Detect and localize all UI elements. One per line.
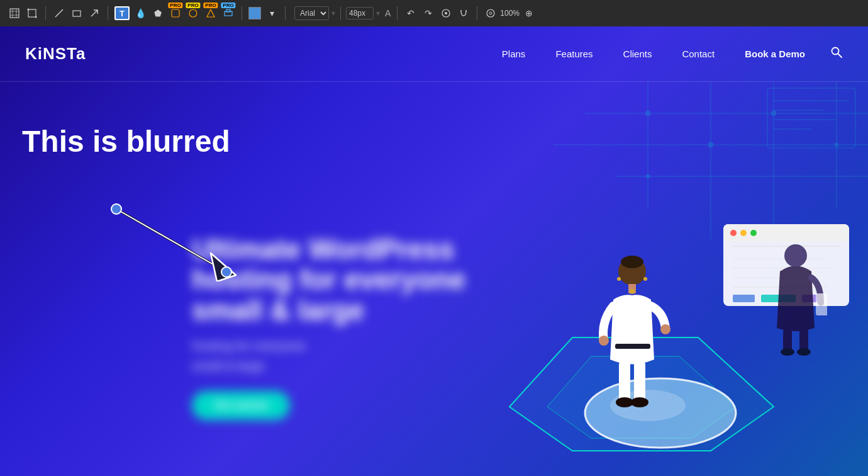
svg-point-74 — [631, 397, 648, 407]
blurred-hero-content: Ultimate WordPresshosting for everyonesm… — [192, 234, 513, 420]
sep3 — [242, 6, 242, 20]
svg-rect-68 — [615, 344, 650, 349]
magnet-button[interactable] — [457, 6, 470, 20]
search-icon[interactable] — [830, 46, 843, 62]
badge-tool-1[interactable]: PRO — [169, 6, 182, 20]
color-down-icon[interactable]: ▾ — [265, 6, 279, 20]
svg-rect-11 — [172, 9, 179, 17]
sep6 — [477, 6, 477, 20]
svg-point-77 — [784, 244, 807, 267]
svg-point-70 — [599, 336, 609, 346]
blurred-cta-button: Get started — [192, 391, 290, 420]
svg-point-60 — [750, 230, 757, 236]
svg-line-10 — [91, 10, 97, 16]
badge-pro-2: PRO — [186, 3, 200, 8]
crop-tool[interactable] — [25, 6, 39, 20]
color-swatch[interactable] — [248, 7, 261, 20]
figure-center — [591, 246, 673, 416]
badge-tool-4[interactable]: PRO — [221, 6, 235, 20]
badge-pro-4: PRO — [221, 3, 235, 8]
svg-point-44 — [111, 204, 121, 214]
nav-book-demo[interactable]: Book a Demo — [745, 48, 805, 59]
svg-point-82 — [797, 348, 811, 356]
svg-point-76 — [643, 277, 647, 281]
svg-point-21 — [489, 12, 492, 14]
logo[interactable]: KiNSTa — [25, 44, 86, 64]
select-tool[interactable] — [8, 6, 21, 20]
nav-features[interactable]: Features — [555, 48, 593, 59]
font-size-input[interactable] — [346, 7, 374, 20]
svg-point-30 — [708, 142, 713, 147]
svg-point-73 — [616, 397, 633, 407]
svg-point-17 — [445, 12, 447, 14]
svg-point-58 — [730, 230, 737, 236]
badge-tool-3[interactable]: PRO — [204, 6, 218, 20]
website-canvas: KiNSTa Plans Features Clients Contact Bo… — [0, 26, 868, 476]
redo-button[interactable]: ↷ — [421, 6, 435, 20]
badge-tool-2[interactable]: PRO — [186, 6, 200, 20]
font-size-label: A — [385, 8, 391, 18]
dropper-tool[interactable]: 💧 — [133, 6, 147, 20]
pen-tool[interactable] — [52, 6, 66, 20]
svg-rect-61 — [733, 295, 755, 302]
svg-point-29 — [645, 111, 650, 116]
shape-tool[interactable]: ⬟ — [151, 6, 165, 20]
svg-point-20 — [487, 9, 494, 17]
nav-links: Plans Features Clients Contact Book a De… — [502, 48, 805, 59]
nav-contact[interactable]: Contact — [682, 48, 715, 59]
svg-rect-9 — [73, 11, 81, 16]
svg-point-75 — [617, 277, 621, 281]
svg-rect-78 — [816, 293, 827, 315]
navbar: KiNSTa Plans Features Clients Contact Bo… — [0, 26, 868, 82]
svg-rect-0 — [10, 9, 19, 18]
svg-line-8 — [55, 9, 63, 17]
undo-button[interactable]: ↶ — [404, 6, 418, 20]
blurred-headline: Ultimate WordPresshosting for everyonesm… — [192, 234, 513, 326]
svg-rect-5 — [28, 9, 36, 17]
sep4 — [285, 6, 286, 20]
svg-point-12 — [189, 9, 197, 17]
svg-point-65 — [621, 256, 643, 268]
blurred-subtext: hosting for everyonesmall & large — [192, 336, 513, 376]
svg-line-40 — [838, 54, 842, 57]
sep2 — [108, 6, 108, 20]
svg-point-69 — [660, 324, 670, 334]
svg-rect-34 — [767, 88, 855, 148]
svg-rect-71 — [619, 360, 630, 404]
hero-title: This is blurred — [22, 124, 230, 159]
nav-plans[interactable]: Plans — [502, 48, 526, 59]
arrow-tool[interactable] — [87, 6, 101, 20]
font-family-select[interactable]: Arial — [294, 6, 329, 20]
sep1 — [45, 6, 46, 20]
arrange-button[interactable] — [439, 6, 453, 20]
svg-point-33 — [646, 174, 650, 178]
toolbar: T 💧 ⬟ PRO PRO PRO — [0, 0, 868, 26]
svg-point-7 — [35, 16, 37, 18]
svg-point-59 — [740, 230, 747, 236]
svg-point-31 — [771, 111, 776, 116]
figure-right — [764, 234, 827, 360]
font-selector: Arial ▾ ▾ A — [294, 6, 391, 20]
zoom-circle-icon[interactable] — [484, 6, 498, 20]
zoom-control: 100% ⊕ — [484, 6, 536, 20]
badge-pro-3: PRO — [203, 3, 218, 8]
svg-rect-72 — [634, 360, 645, 404]
svg-point-6 — [28, 9, 30, 11]
rect-tool[interactable] — [70, 6, 84, 20]
svg-point-67 — [630, 289, 635, 294]
zoom-percent[interactable]: 100% — [500, 9, 520, 18]
text-tool[interactable]: T — [114, 6, 130, 20]
zoom-plus-button[interactable]: ⊕ — [522, 6, 536, 20]
svg-marker-13 — [207, 9, 214, 17]
svg-point-32 — [835, 143, 838, 147]
svg-point-81 — [781, 348, 794, 356]
nav-clients[interactable]: Clients — [623, 48, 652, 59]
sep5 — [397, 6, 398, 20]
badge-pro-1: PRO — [168, 3, 182, 8]
